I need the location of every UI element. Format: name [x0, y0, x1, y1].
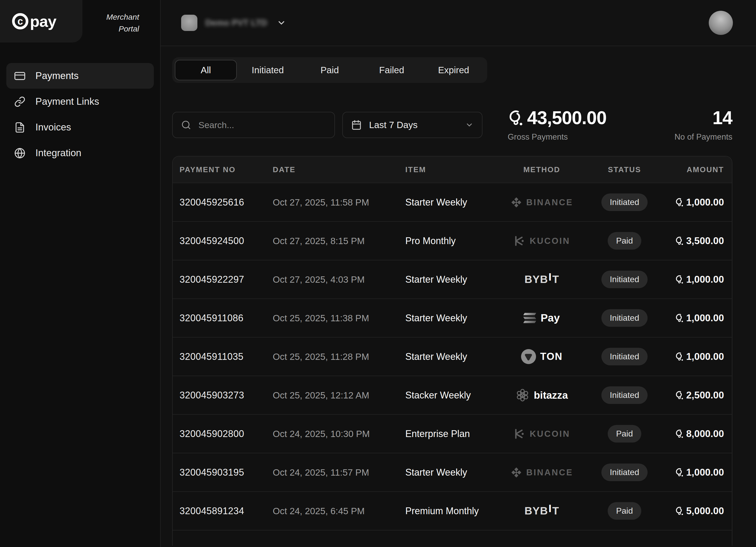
solana-logo: Pay — [524, 312, 560, 324]
amount-value: 1,000.00 — [686, 197, 724, 208]
table-row[interactable]: 320045903273 Oct 25, 2025, 12:12 AM Stac… — [173, 376, 732, 414]
status-badge: Initiated — [601, 271, 648, 288]
payment-method: BYBIT — [496, 505, 588, 517]
logo-c-icon: c — [12, 13, 28, 29]
table-row[interactable]: 320045911086 Oct 25, 2025, 11:38 PM Star… — [173, 298, 732, 337]
currency-icon — [675, 352, 683, 361]
payment-item: Starter Weekly — [405, 274, 496, 285]
tab-initiated[interactable]: Initiated — [237, 60, 299, 80]
currency-icon — [675, 197, 683, 207]
sidebar-item-integration[interactable]: Integration — [6, 140, 154, 166]
search-input[interactable] — [198, 120, 326, 130]
status-filter-tabs: AllInitiatedPaidFailedExpired — [172, 57, 487, 83]
payment-no: 320045902800 — [180, 428, 273, 439]
bitazza-logo: bitazza — [516, 388, 568, 402]
payment-method: Pay — [496, 312, 588, 324]
payment-method: KUCOIN — [496, 428, 588, 440]
tab-expired[interactable]: Expired — [423, 60, 485, 80]
payment-date: Oct 24, 2025, 10:30 PM — [273, 429, 405, 439]
globe-icon — [14, 148, 25, 159]
table-row[interactable]: 320045925616 Oct 27, 2025, 11:58 PM Star… — [173, 183, 732, 221]
gross-payments-stat: 43,500.00 Gross Payments — [508, 109, 606, 142]
payment-date: Oct 27, 2025, 8:15 PM — [273, 236, 405, 246]
table-row[interactable]: 320045902800 Oct 24, 2025, 10:30 PM Ente… — [173, 414, 732, 453]
payment-method: BINANCE — [496, 467, 588, 478]
sidebar-item-label: Payments — [35, 70, 79, 81]
payment-amount: 1,000.00 — [661, 467, 724, 478]
sidebar-item-label: Invoices — [35, 122, 71, 133]
org-selector[interactable]: Demo PVT LTD — [181, 15, 286, 31]
table-row-partial — [173, 530, 732, 546]
file-icon — [14, 122, 25, 133]
sidebar-item-label: Payment Links — [35, 96, 99, 107]
payment-status-cell: Initiated — [588, 464, 661, 481]
currency-icon — [508, 109, 522, 127]
payment-no: 320045911086 — [180, 313, 273, 324]
currency-icon — [675, 429, 683, 439]
tab-all[interactable]: All — [175, 60, 237, 80]
currency-icon — [675, 390, 683, 400]
payment-status-cell: Initiated — [588, 386, 661, 404]
column-header-item: ITEM — [405, 165, 496, 174]
kucoin-logo: KUCOIN — [513, 428, 570, 440]
sidebar-header: c pay Merchant Portal — [0, 0, 160, 56]
binance-logo: BINANCE — [511, 197, 573, 208]
user-avatar[interactable] — [709, 11, 733, 35]
payments-count-stat: 14 No of Payments — [674, 109, 732, 142]
bybit-wordmark: BYBIT — [524, 273, 559, 286]
tab-failed[interactable]: Failed — [361, 60, 423, 80]
payment-no: 320045903195 — [180, 467, 273, 478]
payment-amount: 2,500.00 — [661, 390, 724, 401]
kucoin-logo: KUCOIN — [513, 235, 570, 247]
search-box — [172, 112, 335, 138]
date-range-dropdown[interactable]: Last 7 Days — [342, 112, 482, 138]
sidebar-item-invoices[interactable]: Invoices — [6, 114, 154, 140]
column-header-date: DATE — [273, 165, 405, 174]
payment-status-cell: Initiated — [588, 271, 661, 288]
table-row[interactable]: 320045911035 Oct 25, 2025, 11:28 PM Star… — [173, 337, 732, 376]
logo-text: pay — [30, 12, 56, 30]
calendar-icon — [351, 120, 362, 130]
sidebar-nav: PaymentsPayment LinksInvoicesIntegration — [0, 56, 160, 166]
payment-method: bitazza — [496, 388, 588, 402]
table-row[interactable]: 320045924500 Oct 27, 2025, 8:15 PM Pro M… — [173, 221, 732, 260]
payment-status-cell: Paid — [588, 502, 661, 520]
sidebar-item-payment-links[interactable]: Payment Links — [6, 89, 154, 114]
status-badge: Initiated — [601, 193, 648, 211]
table-row[interactable]: 320045891234 Oct 24, 2025, 6:45 PM Premi… — [173, 491, 732, 530]
payment-item: Starter Weekly — [405, 351, 496, 362]
payment-date: Oct 27, 2025, 4:03 PM — [273, 274, 405, 285]
payment-date: Oct 27, 2025, 11:58 PM — [273, 197, 405, 208]
payment-date: Oct 25, 2025, 11:38 PM — [273, 313, 405, 323]
amount-value: 1,000.00 — [686, 274, 724, 285]
payments-table: PAYMENT NODATEITEMMETHODSTATUSAMOUNT 320… — [172, 156, 732, 546]
app-logo: c pay — [0, 0, 82, 43]
payment-status-cell: Initiated — [588, 309, 661, 327]
table-row[interactable]: 320045903195 Oct 24, 2025, 11:57 PM Star… — [173, 453, 732, 491]
link-icon — [14, 96, 25, 107]
payment-item: Premium Monthly — [405, 506, 496, 517]
payment-status-cell: Paid — [588, 232, 661, 250]
gross-payments-value: 43,500.00 — [527, 109, 606, 127]
org-name: Demo PVT LTD — [205, 18, 267, 28]
payment-amount: 3,500.00 — [661, 235, 724, 246]
search-icon — [181, 120, 191, 130]
binance-icon — [511, 467, 522, 478]
table-row[interactable]: 320045922297 Oct 27, 2025, 4:03 PM Start… — [173, 260, 732, 298]
currency-icon — [675, 236, 683, 246]
status-badge: Paid — [608, 232, 641, 250]
payment-amount: 5,000.00 — [661, 506, 724, 517]
sidebar-item-payments[interactable]: Payments — [6, 63, 154, 89]
amount-value: 3,500.00 — [686, 235, 724, 246]
amount-value: 5,000.00 — [686, 506, 724, 517]
payment-no: 320045903273 — [180, 390, 273, 401]
gross-payments-label: Gross Payments — [508, 132, 606, 142]
payment-amount: 1,000.00 — [661, 313, 724, 324]
solana-icon — [524, 313, 535, 323]
payment-no: 320045891234 — [180, 506, 273, 517]
payments-content: AllInitiatedPaidFailedExpired Last 7 Day… — [161, 46, 756, 546]
binance-logo: BINANCE — [511, 467, 573, 478]
payment-no: 320045911035 — [180, 351, 273, 362]
tab-paid[interactable]: Paid — [299, 60, 361, 80]
toolbar: Last 7 Days 43,500.00 Gross Payments 14 … — [172, 112, 732, 142]
